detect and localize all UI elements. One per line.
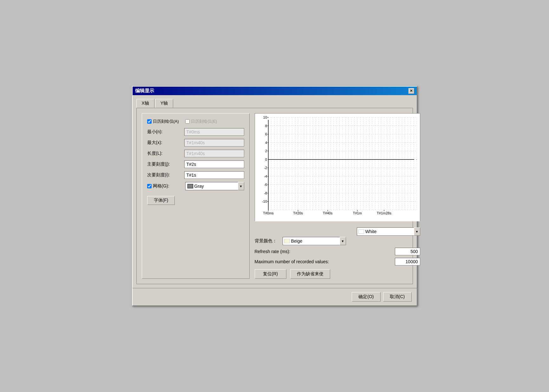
max-values-row: Maximum number of recorded values:: [255, 258, 420, 265]
checkbox-label-1: 日历刻绘仅(A): [153, 119, 179, 124]
refresh-label: Refresh rate (ms):: [255, 249, 395, 254]
action-buttons: 复位(R) 作为缺省来使: [255, 269, 420, 279]
grid-color-select-wrapper: Gray ▼: [185, 182, 244, 190]
color1-select-row: White ▼: [357, 227, 420, 236]
major-input[interactable]: [184, 160, 244, 168]
bottom-controls: White ▼ 背景颜色： Beige: [255, 225, 420, 279]
close-button[interactable]: ✕: [408, 88, 414, 94]
checkbox-auto-n[interactable]: [147, 119, 152, 124]
right-panel: White ▼ 背景颜色： Beige: [255, 113, 420, 279]
window-body: X轴 Y轴 日历刻绘仅(A) 日历刻绘仅(E): [133, 95, 417, 288]
window-title: 编辑显示: [135, 88, 154, 94]
checkbox-label-2: 日历刻绘仅(E): [191, 119, 217, 124]
bg-color-section: 背景颜色： Beige ▼: [255, 237, 420, 245]
min-label: 最小(n):: [147, 129, 184, 135]
max-input[interactable]: [184, 139, 244, 147]
form-row-min: 最小(n):: [147, 128, 244, 136]
color2-swatch: [284, 239, 290, 243]
default-button[interactable]: 作为缺省来使: [290, 269, 330, 279]
title-bar-buttons: ✕: [408, 88, 414, 94]
length-label: 长度(L):: [147, 151, 184, 156]
main-window: 编辑显示 ✕ X轴 Y轴 日历刻绘仅(A): [132, 86, 417, 306]
reset-button[interactable]: 复位(R): [255, 269, 286, 279]
checkbox-item-1: 日历刻绘仅(A): [147, 119, 179, 124]
cancel-button[interactable]: 取消(C): [383, 292, 412, 302]
max-values-input[interactable]: [395, 258, 420, 265]
color1-arrow: ▼: [414, 227, 420, 236]
grid-color-swatch: [187, 184, 193, 188]
form-row-grid: 网格(G): Gray ▼: [147, 182, 244, 190]
form-row-minor: 次要刻度(i):: [147, 171, 244, 179]
bg-label: 背景颜色：: [255, 237, 280, 244]
checkbox-row: 日历刻绘仅(A) 日历刻绘仅(E): [147, 119, 244, 124]
ok-button[interactable]: 确定(O): [352, 292, 380, 302]
left-panel: 日历刻绘仅(A) 日历刻绘仅(E) 最小(n): 最大(x):: [142, 113, 250, 279]
title-bar: 编辑显示 ✕: [133, 87, 417, 95]
color1-swatch: [358, 229, 364, 234]
length-input[interactable]: [184, 150, 244, 157]
min-input[interactable]: [184, 128, 244, 136]
major-label: 主要刻度(j):: [147, 161, 184, 167]
color2-select[interactable]: Beige: [283, 237, 346, 245]
grid-label: 网格(G):: [153, 183, 169, 189]
font-button[interactable]: 字体(F): [147, 196, 175, 205]
color2-select-row: Beige ▼: [283, 237, 346, 245]
form-row-length: 长度(L):: [147, 150, 244, 157]
color2-label: Beige: [291, 238, 303, 244]
refresh-input[interactable]: [395, 248, 420, 255]
tab-x-axis[interactable]: X轴: [136, 99, 154, 108]
main-content: 日历刻绘仅(A) 日历刻绘仅(E) 最小(n): 最大(x):: [136, 108, 413, 284]
max-values-label: Maximum number of recorded values:: [255, 259, 395, 264]
checkbox-auto-e[interactable]: [185, 119, 190, 124]
refresh-row: Refresh rate (ms):: [255, 248, 420, 255]
checkbox-item-2: 日历刻绘仅(E): [185, 119, 217, 124]
form-row-major: 主要刻度(j):: [147, 160, 244, 168]
tab-y-axis[interactable]: Y轴: [155, 99, 173, 108]
grid-checkbox[interactable]: [147, 184, 152, 188]
grid-color-display[interactable]: Gray: [185, 182, 244, 190]
tabs-container: X轴 Y轴: [136, 99, 413, 108]
color1-label: White: [365, 229, 377, 234]
max-label: 最大(x):: [147, 140, 184, 146]
color2-arrow: ▼: [340, 237, 346, 245]
chart-canvas: [255, 114, 420, 221]
minor-input[interactable]: [184, 171, 244, 179]
footer: 确定(O) 取消(C): [133, 288, 417, 305]
minor-label: 次要刻度(i):: [147, 172, 184, 178]
color-selects-stack: Beige ▼: [283, 237, 346, 245]
form-row-max: 最大(x):: [147, 139, 244, 147]
grid-color-label: Gray: [194, 184, 204, 189]
chart-container: [255, 113, 420, 221]
color1-select[interactable]: White: [357, 227, 420, 236]
